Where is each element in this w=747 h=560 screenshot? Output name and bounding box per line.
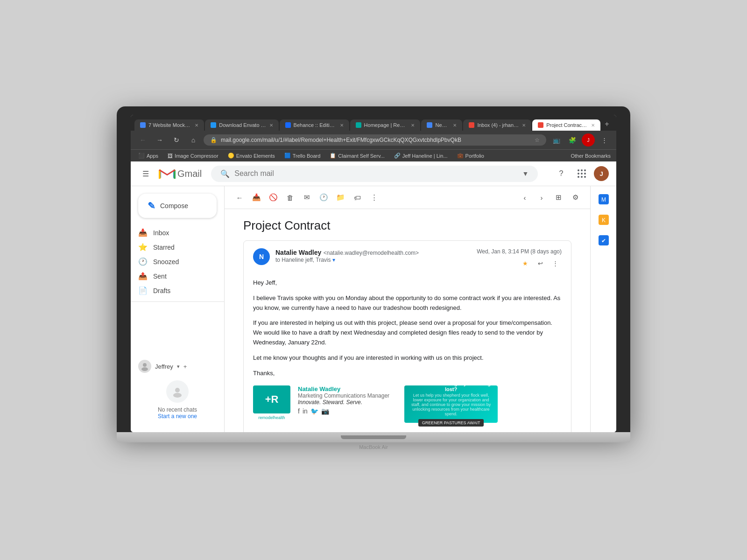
hamburger-menu-button[interactable]: ☰ — [138, 166, 153, 181]
profile-icon[interactable]: J — [582, 133, 595, 147]
tab-6[interactable]: Inbox (4) - jrhaneline... ✕ — [463, 119, 531, 131]
bookmark-image-compressor[interactable]: 🖼 Image Compressor — [166, 152, 220, 160]
drafts-icon: 📄 — [138, 286, 148, 295]
search-dropdown-icon[interactable]: ▼ — [522, 170, 529, 177]
instagram-icon[interactable]: 📷 — [321, 407, 329, 415]
report-spam-button[interactable]: 🚫 — [266, 190, 281, 205]
svg-point-1 — [581, 169, 583, 171]
sidebar-item-starred[interactable]: ⭐ Starred — [131, 240, 220, 254]
bookmark-portfolio[interactable]: 💼 Portfolio — [455, 152, 486, 160]
tab-1[interactable]: 7 Website Mockups b... ✕ — [134, 119, 204, 131]
compose-button[interactable]: ✎ Compose — [138, 194, 217, 218]
tab-5[interactable]: New Tab ✕ — [421, 119, 462, 131]
envato-icon: 🟡 — [228, 153, 234, 159]
recipients-expand[interactable]: ▾ — [332, 257, 335, 263]
tab-3[interactable]: Behance :: Editing Yo... ✕ — [280, 119, 349, 131]
tab-6-label: Inbox (4) - jrhaneline... — [477, 122, 519, 128]
google-apps-button[interactable] — [573, 165, 590, 182]
inbox-label: Inbox — [153, 229, 213, 237]
delete-button[interactable]: 🗑 — [282, 190, 297, 205]
new-tab-button[interactable]: + — [601, 118, 613, 131]
star-button[interactable]: ★ — [519, 257, 532, 270]
view-mode-button[interactable]: ⊞ — [551, 190, 566, 205]
settings-button[interactable]: ⚙ — [568, 190, 583, 205]
snooze-button[interactable]: 🕐 — [316, 190, 331, 205]
twitter-icon[interactable]: 🐦 — [310, 407, 318, 415]
label-button[interactable]: 🏷 — [350, 190, 365, 205]
prev-email-button[interactable]: ‹ — [517, 190, 532, 205]
search-input[interactable] — [234, 169, 517, 178]
chat-user-avatar — [138, 360, 151, 373]
macbook-label: MacBook Air — [117, 444, 630, 454]
forward-button[interactable]: → — [153, 133, 166, 147]
tab-4-close[interactable]: ✕ — [411, 123, 415, 128]
tab-7[interactable]: Project Contract - ha... ✕ — [532, 119, 600, 131]
extensions-button[interactable]: 🧩 — [566, 133, 579, 147]
claimant-label: Claimant Self Serv... — [338, 153, 384, 159]
more-options-button[interactable]: ⋮ — [549, 257, 562, 270]
search-bar[interactable]: 🔍 ▼ — [211, 166, 538, 182]
back-button[interactable]: ← — [136, 133, 149, 147]
svg-point-0 — [578, 169, 579, 171]
gmail-m-logo — [159, 168, 176, 180]
bookmark-apps[interactable]: ⬛ Apps — [136, 152, 160, 160]
company-logo: +R — [253, 385, 290, 413]
reload-button[interactable]: ↻ — [170, 133, 183, 147]
google-meet-icon[interactable]: M — [594, 190, 613, 209]
sidebar-item-sent[interactable]: 📤 Sent — [131, 269, 220, 283]
back-to-inbox-button[interactable]: ← — [232, 190, 247, 205]
google-keep-icon[interactable]: K — [594, 210, 613, 229]
sidebar-item-inbox[interactable]: 📥 Inbox — [131, 225, 220, 240]
tab-6-close[interactable]: ✕ — [522, 123, 526, 128]
tab-3-close[interactable]: ✕ — [340, 123, 344, 128]
help-button[interactable]: ? — [553, 165, 570, 182]
tab-4[interactable]: Homepage | Remodel... ✕ — [350, 119, 421, 131]
home-button[interactable]: ⌂ — [187, 133, 200, 147]
sender-name-line: Natalie Wadley <natalie.wadley@remodelhe… — [275, 248, 471, 257]
google-tasks-icon[interactable]: ✔ — [594, 231, 613, 250]
gmail-app: ☰ Gmail 🔍 ▼ — [131, 161, 616, 432]
cast-button[interactable]: 📺 — [550, 133, 563, 147]
inbox-icon: 📥 — [138, 228, 148, 237]
macbook-wrapper: 7 Website Mockups b... ✕ Download Envato… — [117, 106, 630, 454]
lock-icon: 🔒 — [210, 137, 217, 143]
trello-icon: 🟦 — [284, 153, 291, 159]
more-button[interactable]: ⋮ — [366, 190, 381, 205]
svg-point-5 — [584, 173, 586, 175]
linkedin-icon[interactable]: in — [303, 407, 308, 415]
tab-6-favicon — [469, 122, 474, 128]
bookmark-envato[interactable]: 🟡 Envato Elements — [226, 152, 277, 160]
user-avatar[interactable]: J — [594, 166, 609, 181]
svg-text:K: K — [601, 217, 605, 224]
tab-7-close[interactable]: ✕ — [591, 123, 595, 128]
archive-button[interactable]: 📥 — [249, 190, 264, 205]
address-bar[interactable]: 🔒 mail.google.com/mail/u/1/#label/Remode… — [204, 134, 546, 146]
next-email-button[interactable]: › — [534, 190, 549, 205]
tab-5-close[interactable]: ✕ — [453, 123, 457, 128]
sig-social-icons: f in 🐦 📷 — [298, 407, 389, 415]
chat-add-button[interactable]: + — [183, 363, 187, 370]
other-bookmarks[interactable]: Other Bookmarks — [571, 153, 611, 159]
drafts-label: Drafts — [153, 287, 213, 294]
starred-label: Starred — [153, 244, 213, 251]
tab-1-favicon — [140, 122, 146, 128]
bookmark-trello[interactable]: 🟦 Trello Board — [282, 152, 323, 160]
bookmark-claimant[interactable]: 📋 Claimant Self Serv... — [328, 152, 386, 160]
facebook-icon[interactable]: f — [298, 407, 300, 415]
bookmark-jeff[interactable]: 🔗 Jeff Haneline | Lin... — [392, 152, 450, 160]
ad-button[interactable]: GREENER PASTURES AWAIT — [418, 419, 484, 427]
apps-label: Apps — [147, 153, 158, 159]
sidebar-item-snoozed[interactable]: 🕐 Snoozed — [131, 254, 220, 269]
mark-unread-button[interactable]: ✉ — [299, 190, 314, 205]
tab-1-close[interactable]: ✕ — [195, 123, 198, 128]
tab-2-close[interactable]: ✕ — [269, 123, 273, 128]
svg-text:✔: ✔ — [601, 238, 606, 244]
apps-icon: ⬛ — [138, 153, 145, 159]
start-chat-link[interactable]: Start a new one — [138, 413, 217, 420]
reply-button[interactable]: ↩ — [534, 257, 547, 270]
move-to-button[interactable]: 📁 — [333, 190, 348, 205]
menu-button[interactable]: ⋮ — [598, 133, 611, 147]
tab-2[interactable]: Download Envato Elem... ✕ — [205, 119, 278, 131]
sidebar-item-drafts[interactable]: 📄 Drafts — [131, 283, 220, 298]
image-compressor-label: Image Compressor — [175, 153, 218, 159]
